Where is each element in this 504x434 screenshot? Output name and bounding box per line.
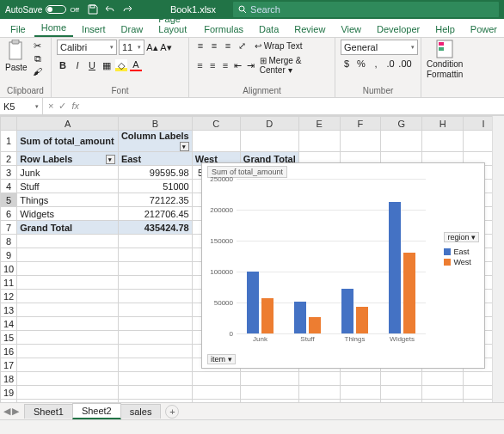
tab-power[interactable]: Power bbox=[464, 21, 504, 37]
conditional-formatting-button[interactable]: Condition Formattin bbox=[427, 40, 463, 79]
cut-icon[interactable]: ✂ bbox=[31, 40, 45, 52]
name-box[interactable]: K5▾ bbox=[0, 98, 43, 114]
col-header[interactable]: B bbox=[118, 117, 192, 131]
sheet-tab[interactable]: Sheet1 bbox=[24, 404, 73, 419]
increase-font-icon[interactable]: A▴ bbox=[146, 41, 158, 53]
cell[interactable]: 435424.78 bbox=[118, 221, 192, 235]
col-header[interactable]: C bbox=[192, 117, 240, 131]
cell[interactable]: 99595.98 bbox=[118, 166, 192, 180]
align-right-icon[interactable]: ≡ bbox=[220, 59, 231, 71]
bold-button[interactable]: B bbox=[57, 59, 69, 71]
bar-west-widgets[interactable] bbox=[403, 253, 415, 333]
font-family-combo[interactable]: Calibri▾ bbox=[57, 40, 117, 55]
col-header[interactable]: H bbox=[422, 117, 464, 131]
bar-east-stuff[interactable] bbox=[294, 302, 306, 333]
bar-east-widgets[interactable] bbox=[389, 202, 401, 333]
border-button[interactable]: ▦ bbox=[101, 59, 113, 71]
redo-icon[interactable] bbox=[120, 3, 134, 16]
col-header[interactable]: A bbox=[17, 117, 119, 131]
cell[interactable]: Column Labels▾ bbox=[118, 131, 192, 152]
align-left-icon[interactable]: ≡ bbox=[194, 59, 206, 71]
row-header[interactable]: 5 bbox=[1, 193, 17, 207]
col-header[interactable]: G bbox=[381, 117, 422, 131]
row-header[interactable]: 11 bbox=[1, 276, 17, 290]
percent-icon[interactable]: % bbox=[355, 58, 367, 70]
increase-decimal-icon[interactable]: .0 bbox=[384, 58, 396, 70]
sheet-nav-prev-icon[interactable]: ◀ bbox=[3, 406, 10, 417]
row-header[interactable]: 8 bbox=[1, 235, 17, 248]
increase-indent-icon[interactable]: ⇥ bbox=[245, 59, 256, 71]
row-header[interactable]: 10 bbox=[1, 262, 17, 276]
copy-icon[interactable]: ⧉ bbox=[31, 52, 45, 64]
search-input[interactable]: Search bbox=[233, 2, 499, 17]
row-header[interactable]: 7 bbox=[1, 221, 17, 235]
row-header[interactable]: 12 bbox=[1, 290, 17, 303]
font-size-combo[interactable]: 11▾ bbox=[119, 40, 144, 55]
row-header[interactable]: 13 bbox=[1, 303, 17, 317]
decrease-decimal-icon[interactable]: .00 bbox=[399, 58, 411, 70]
col-header[interactable]: F bbox=[340, 117, 381, 131]
sheet-tab[interactable]: Sheet2 bbox=[72, 403, 121, 419]
vertical-scrollbar[interactable] bbox=[492, 116, 504, 416]
bar-west-stuff[interactable] bbox=[309, 317, 321, 333]
comma-icon[interactable]: , bbox=[370, 58, 382, 70]
cell[interactable]: Stuff bbox=[17, 180, 119, 193]
row-header[interactable]: 1 bbox=[1, 131, 17, 152]
paste-button[interactable]: Paste bbox=[5, 40, 28, 72]
bar-east-junk[interactable] bbox=[247, 272, 259, 333]
cell[interactable]: 72122.35 bbox=[118, 193, 192, 207]
filter-dropdown-icon[interactable]: ▾ bbox=[180, 142, 189, 151]
orientation-icon[interactable]: ⤢ bbox=[236, 40, 248, 52]
align-bottom-icon[interactable]: ≡ bbox=[222, 40, 234, 52]
tab-developer[interactable]: Developer bbox=[370, 21, 427, 37]
bar-east-things[interactable] bbox=[341, 289, 353, 333]
add-sheet-button[interactable]: + bbox=[165, 405, 179, 419]
tab-view[interactable]: View bbox=[334, 21, 368, 37]
row-header[interactable]: 6 bbox=[1, 207, 17, 221]
pivot-chart[interactable]: Sum of total_amount 05000010000015000020… bbox=[201, 162, 485, 369]
cell[interactable]: Junk bbox=[17, 166, 119, 180]
align-middle-icon[interactable]: ≡ bbox=[208, 40, 220, 52]
cancel-formula-icon[interactable]: × bbox=[48, 101, 53, 112]
tab-draw[interactable]: Draw bbox=[114, 21, 151, 37]
cell[interactable]: Things bbox=[17, 193, 119, 207]
col-header[interactable]: E bbox=[298, 117, 340, 131]
row-header[interactable]: 4 bbox=[1, 180, 17, 193]
italic-button[interactable]: I bbox=[71, 59, 83, 71]
worksheet-grid[interactable]: A B C D E F G H I 1 Sum of total_amount … bbox=[0, 115, 504, 416]
decrease-indent-icon[interactable]: ⇤ bbox=[232, 59, 243, 71]
format-painter-icon[interactable]: 🖌 bbox=[31, 65, 45, 77]
sheet-nav-next-icon[interactable]: ▶ bbox=[12, 406, 19, 417]
row-header[interactable]: 3 bbox=[1, 166, 17, 180]
row-header[interactable]: 18 bbox=[1, 372, 17, 386]
cell[interactable]: Sum of total_amount bbox=[17, 131, 119, 152]
cell[interactable]: Widgets bbox=[17, 207, 119, 221]
tab-data[interactable]: Data bbox=[252, 21, 286, 37]
chart-x-filter[interactable]: item ▾ bbox=[207, 354, 236, 364]
cell[interactable]: East bbox=[118, 152, 192, 166]
row-header[interactable]: 2 bbox=[1, 152, 17, 166]
cell[interactable]: Grand Total bbox=[17, 221, 119, 235]
fill-color-button[interactable]: ◇ bbox=[115, 59, 127, 71]
font-color-button[interactable]: A bbox=[130, 59, 142, 71]
merge-center-button[interactable]: ⊞ Merge & Center ▾ bbox=[260, 56, 329, 75]
bar-west-junk[interactable] bbox=[261, 298, 274, 333]
tab-formulas[interactable]: Formulas bbox=[197, 21, 250, 37]
decrease-font-icon[interactable]: A▾ bbox=[160, 41, 172, 53]
tab-pagelayout[interactable]: Page Layout bbox=[151, 11, 195, 37]
bar-west-things[interactable] bbox=[356, 307, 368, 333]
number-format-combo[interactable]: General▾ bbox=[341, 40, 418, 55]
filter-dropdown-icon[interactable]: ▾ bbox=[106, 155, 115, 164]
col-header[interactable]: D bbox=[240, 117, 298, 131]
cell[interactable]: 212706.45 bbox=[118, 207, 192, 221]
fx-icon[interactable]: fx bbox=[71, 101, 79, 112]
save-icon[interactable] bbox=[86, 3, 100, 16]
tab-home[interactable]: Home bbox=[34, 20, 73, 37]
align-top-icon[interactable]: ≡ bbox=[194, 40, 206, 52]
row-header[interactable]: 17 bbox=[1, 358, 17, 372]
row-header[interactable]: 9 bbox=[1, 248, 17, 262]
tab-file[interactable]: File bbox=[3, 21, 33, 37]
underline-button[interactable]: U bbox=[86, 59, 98, 71]
tab-review[interactable]: Review bbox=[287, 21, 332, 37]
row-header[interactable]: 19 bbox=[1, 386, 17, 400]
